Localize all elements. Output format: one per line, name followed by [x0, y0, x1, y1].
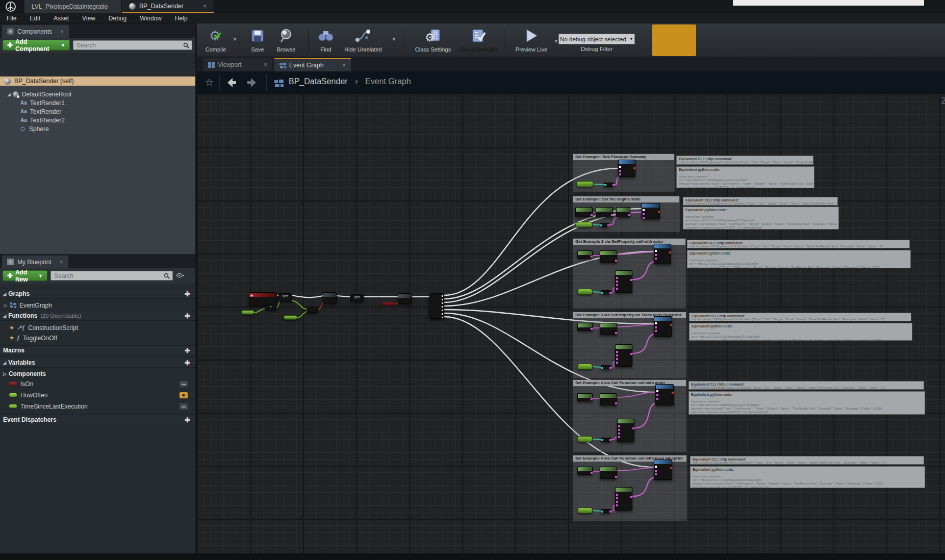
pure-function-node[interactable]: [600, 323, 617, 335]
expand-arrow-icon[interactable]: ◢: [7, 92, 11, 97]
get-variable-pill[interactable]: [575, 222, 593, 227]
close-icon[interactable]: ×: [264, 61, 267, 68]
python-comment-box[interactable]: Equivalent python code: import json, req…: [683, 207, 839, 230]
variable-row-timesincelastexecution[interactable]: TimeSinceLastExecution ▬: [9, 402, 192, 411]
expand-arrow-icon[interactable]: ▷: [4, 303, 8, 308]
convert-node[interactable]: [601, 509, 611, 513]
tree-item-textrender1[interactable]: Aa TextRender1: [20, 98, 65, 107]
get-variable-pill[interactable]: [577, 507, 593, 514]
save-button[interactable]: Save: [246, 26, 269, 53]
back-arrow-icon[interactable]: [225, 77, 238, 88]
visibility-closed-eye-icon[interactable]: ▬: [180, 403, 188, 410]
event-graph-canvas[interactable]: Z: [197, 94, 945, 560]
cli-comment-box[interactable]: Equivalent CLI / http command:http://loc…: [687, 240, 910, 248]
menu-help[interactable]: Help: [168, 15, 194, 22]
pure-function-node[interactable]: [577, 393, 593, 401]
variable-row-ison[interactable]: IsOn ▬: [9, 379, 192, 388]
level-tab[interactable]: LVL_PixotopeDataIntegratio: [24, 0, 121, 13]
function-call-node[interactable]: [655, 384, 674, 405]
hide-unrelated-button[interactable]: Hide Unrelated: [342, 26, 385, 53]
set-node[interactable]: SET: [350, 294, 364, 301]
make-struct-node[interactable]: [615, 487, 632, 511]
tree-item-textrender[interactable]: Aa TextRender: [20, 107, 61, 116]
tab-components[interactable]: Components ×: [2, 25, 69, 38]
hide-unrelated-chevron-icon[interactable]: ▼: [392, 37, 396, 42]
python-comment-box[interactable]: Equivalent python code: import json, req…: [676, 166, 814, 188]
visibility-filter-eye-icon[interactable]: [176, 273, 184, 278]
get-variable-pill[interactable]: [284, 315, 297, 320]
expand-arrow-icon[interactable]: ▷: [3, 371, 7, 376]
get-variable-pill[interactable]: [577, 364, 593, 370]
set-node[interactable]: SET: [278, 293, 292, 301]
forward-arrow-icon[interactable]: [246, 77, 258, 88]
compare-node[interactable]: [307, 307, 318, 313]
tab-viewport[interactable]: Viewport ×: [203, 58, 272, 71]
tab-my-blueprint[interactable]: My Blueprint ×: [2, 256, 68, 268]
tree-item-defaultsceneroot[interactable]: ◢ DefaultSceneRoot: [7, 90, 71, 98]
list-item-constructionscript[interactable]: ★ ↗ƒ ConstructionScript: [9, 323, 78, 332]
add-event-dispatcher-icon[interactable]: ✚: [185, 416, 190, 424]
cli-comment-box[interactable]: Equivalent CLI / http command:http://loc…: [683, 197, 838, 206]
convert-node[interactable]: [600, 223, 609, 227]
cli-comment-box[interactable]: Equivalent CLI / http command:http://loc…: [676, 156, 813, 165]
macros-header[interactable]: Macros ✚: [0, 345, 195, 355]
tree-item-textrender2[interactable]: Aa TextRender2: [20, 116, 65, 124]
pure-function-node[interactable]: [596, 207, 613, 217]
get-variable-pill[interactable]: [241, 310, 254, 315]
pure-function-node[interactable]: [577, 467, 593, 475]
convert-node[interactable]: [601, 290, 611, 294]
add-node[interactable]: +: [265, 304, 276, 310]
convert-node[interactable]: [604, 183, 614, 187]
variables-components-group[interactable]: ▷ Components: [3, 369, 46, 378]
add-variable-icon[interactable]: ✚: [185, 359, 190, 367]
python-comment-box[interactable]: Equivalent python code: import json, req…: [687, 250, 911, 268]
menu-window[interactable]: Window: [133, 15, 168, 22]
function-call-node[interactable]: [654, 460, 672, 480]
close-icon[interactable]: ×: [342, 62, 346, 69]
python-comment-box[interactable]: Equivalent python code: import json, req…: [689, 323, 912, 341]
get-variable-pill[interactable]: [577, 436, 593, 442]
add-macro-icon[interactable]: ✚: [185, 347, 190, 354]
menu-view[interactable]: View: [75, 15, 102, 22]
python-comment-box[interactable]: Equivalent python code: import json, req…: [688, 391, 925, 415]
make-struct-node[interactable]: [617, 419, 634, 442]
function-call-node[interactable]: [654, 316, 672, 337]
pure-function-node[interactable]: [600, 467, 617, 479]
tab-event-graph[interactable]: Event Graph ×: [274, 58, 351, 71]
tree-item-sphere[interactable]: ⬡ Sphere: [20, 124, 49, 133]
functions-header[interactable]: ◢ Functions (20 Overridable) ✚: [0, 311, 195, 321]
pure-function-node[interactable]: [600, 393, 617, 405]
sequence-node[interactable]: [429, 293, 444, 319]
branch-node[interactable]: [323, 292, 337, 303]
graphs-header[interactable]: ◢ Graphs ✚: [0, 289, 195, 299]
event-dispatchers-header[interactable]: Event Dispatchers ✚: [0, 414, 195, 425]
close-icon[interactable]: ×: [60, 28, 64, 35]
class-defaults-button[interactable]: Class Defaults: [457, 26, 501, 53]
compile-options-chevron-icon[interactable]: ▼: [233, 37, 237, 42]
cli-comment-box[interactable]: Equivalent CLI / http command:http://loc…: [688, 381, 924, 390]
function-call-node[interactable]: [654, 244, 671, 264]
menu-file[interactable]: File: [0, 15, 23, 22]
variables-header[interactable]: ◢ Variables ✚: [0, 358, 195, 368]
menu-debug[interactable]: Debug: [102, 15, 133, 22]
close-icon[interactable]: ×: [203, 3, 207, 10]
pure-function-node[interactable]: [600, 250, 617, 263]
cli-comment-box[interactable]: Equivalent CLI / http command:http://loc…: [690, 456, 924, 465]
preview-live-chevron-icon[interactable]: ▼: [554, 39, 558, 44]
add-function-icon[interactable]: ✚: [185, 312, 190, 320]
preview-live-button[interactable]: Preview Live: [512, 26, 551, 53]
compile-button[interactable]: ⚙✔ Compile: [201, 26, 231, 53]
get-variable-pill[interactable]: [577, 289, 593, 295]
add-graph-icon[interactable]: ✚: [185, 290, 190, 298]
add-new-button[interactable]: ✚ Add New ▼: [3, 270, 47, 281]
pure-function-node[interactable]: [577, 323, 593, 331]
add-component-button[interactable]: ✚ Add Component ▼: [3, 40, 70, 50]
menu-asset[interactable]: Asset: [47, 15, 75, 22]
convert-node[interactable]: [601, 438, 611, 442]
class-settings-button[interactable]: ⚙ Class Settings: [411, 26, 455, 53]
python-comment-box[interactable]: Equivalent python code: import json, req…: [690, 466, 925, 488]
component-row-self[interactable]: BP_DataSender (self): [0, 77, 195, 86]
visibility-closed-eye-icon[interactable]: ▬: [180, 381, 188, 387]
debug-object-dropdown[interactable]: No debug object selected▼: [558, 34, 635, 44]
menu-edit[interactable]: Edit: [23, 15, 47, 22]
